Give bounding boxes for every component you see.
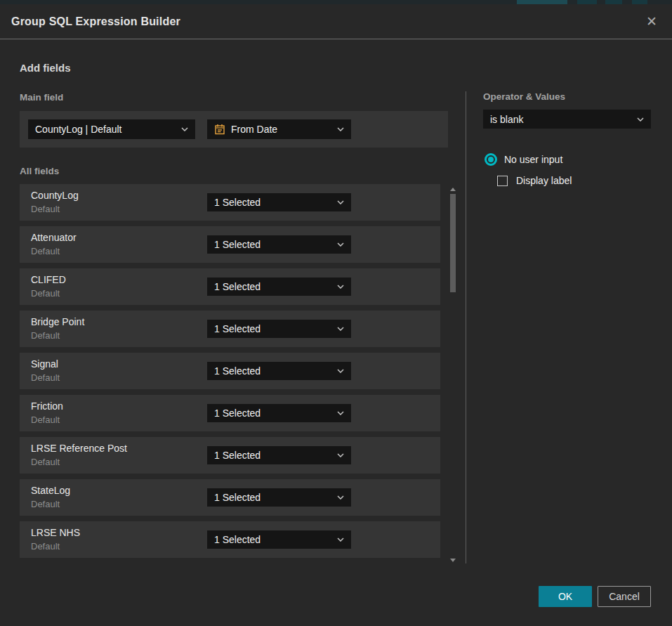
field-row: Signal Default 1 Selected	[20, 353, 440, 389]
field-selection-dropdown[interactable]: 1 Selected	[207, 193, 351, 211]
radio-selected-icon[interactable]	[485, 153, 497, 166]
field-variant: Default	[31, 204, 60, 214]
field-name: Bridge Point	[31, 316, 84, 327]
field-row: Friction Default 1 Selected	[20, 395, 440, 431]
field-name: LRSE NHS	[31, 527, 80, 538]
field-row: Bridge Point Default 1 Selected	[20, 311, 440, 347]
field-name: Attenuator	[31, 232, 77, 243]
field-selection-value: 1 Selected	[214, 239, 331, 250]
field-row: Attenuator Default 1 Selected	[20, 226, 440, 263]
chevron-down-icon	[337, 200, 344, 204]
field-variant: Default	[31, 372, 60, 383]
field-selection-dropdown[interactable]: 1 Selected	[207, 404, 351, 422]
field-selection-value: 1 Selected	[214, 197, 331, 208]
operator-select-value: is blank	[490, 114, 631, 125]
field-name: StateLog	[31, 485, 70, 496]
operator-values-heading: Operator & Values	[483, 91, 565, 102]
field-selection-dropdown[interactable]: 1 Selected	[207, 488, 351, 507]
operator-select-dropdown[interactable]: is blank	[483, 110, 651, 129]
chevron-down-icon	[337, 285, 344, 289]
field-variant: Default	[31, 330, 60, 341]
field-name: Friction	[31, 400, 63, 412]
field-name: CLIFED	[31, 274, 66, 285]
field-row: LRSE NHS Default 1 Selected	[20, 521, 440, 558]
field-selection-value: 1 Selected	[214, 534, 331, 545]
calendar-icon	[214, 124, 225, 135]
field-selection-value: 1 Selected	[214, 407, 331, 419]
scroll-down-arrow-icon[interactable]	[450, 559, 456, 562]
field-variant: Default	[31, 457, 60, 467]
all-fields-list: CountyLog Default 1 Selected Attenuator …	[20, 184, 440, 558]
field-variant: Default	[31, 288, 60, 299]
chevron-down-icon	[337, 537, 344, 542]
panel-divider	[466, 91, 466, 563]
chevron-down-icon	[637, 117, 644, 122]
display-label-label: Display label	[516, 175, 572, 186]
chevron-down-icon	[337, 369, 344, 373]
field-selection-value: 1 Selected	[214, 450, 331, 461]
chevron-down-icon	[337, 242, 344, 247]
close-icon[interactable]: ✕	[643, 13, 661, 31]
field-selection-value: 1 Selected	[214, 365, 331, 377]
main-field-panel: CountyLog | Default From Date	[20, 111, 448, 148]
field-selection-value: 1 Selected	[214, 323, 331, 334]
field-selection-dropdown[interactable]: 1 Selected	[207, 278, 351, 296]
field-select-value: From Date	[231, 124, 326, 135]
field-select-dropdown[interactable]: From Date	[207, 119, 351, 139]
chevron-down-icon	[181, 127, 188, 131]
checkbox-unchecked-icon[interactable]	[497, 176, 508, 186]
group-sql-expression-builder-dialog: Group SQL Expression Builder ✕ Add field…	[0, 4, 672, 626]
field-variant: Default	[31, 499, 60, 509]
field-selection-dropdown[interactable]: 1 Selected	[207, 320, 351, 338]
ok-button[interactable]: OK	[539, 586, 592, 607]
field-name: CountyLog	[31, 190, 79, 201]
add-fields-heading: Add fields	[20, 62, 71, 74]
main-field-label: Main field	[20, 92, 63, 103]
field-variant: Default	[31, 415, 60, 425]
field-row: CountyLog Default 1 Selected	[20, 184, 440, 221]
chevron-down-icon	[337, 127, 344, 131]
dialog-header: Group SQL Expression Builder ✕	[0, 4, 672, 39]
field-selection-value: 1 Selected	[214, 492, 331, 503]
no-user-input-label: No user input	[504, 154, 562, 165]
field-row: CLIFED Default 1 Selected	[20, 268, 440, 305]
chevron-down-icon	[337, 327, 344, 331]
field-selection-dropdown[interactable]: 1 Selected	[207, 446, 351, 464]
display-label-option[interactable]: Display label	[497, 175, 572, 186]
layer-select-value: CountyLog | Default	[35, 124, 176, 135]
chevron-down-icon	[337, 495, 344, 500]
cancel-button[interactable]: Cancel	[598, 586, 651, 607]
no-user-input-option[interactable]: No user input	[485, 153, 562, 166]
list-scrollbar	[448, 184, 458, 563]
field-selection-dropdown[interactable]: 1 Selected	[207, 235, 351, 254]
field-variant: Default	[31, 246, 60, 256]
field-selection-value: 1 Selected	[214, 281, 331, 292]
field-name: Signal	[31, 358, 58, 370]
field-name: LRSE Reference Post	[31, 443, 127, 454]
field-variant: Default	[31, 541, 60, 552]
chevron-down-icon	[337, 411, 344, 415]
all-fields-label: All fields	[20, 166, 59, 176]
layer-select-dropdown[interactable]: CountyLog | Default	[28, 119, 195, 139]
scroll-up-arrow-icon[interactable]	[450, 188, 456, 191]
field-selection-dropdown[interactable]: 1 Selected	[207, 530, 351, 549]
field-selection-dropdown[interactable]: 1 Selected	[207, 362, 351, 380]
dialog-title: Group SQL Expression Builder	[11, 15, 180, 28]
field-row: LRSE Reference Post Default 1 Selected	[20, 437, 440, 474]
field-row: StateLog Default 1 Selected	[20, 479, 440, 516]
scrollbar-thumb[interactable]	[450, 194, 456, 292]
chevron-down-icon	[337, 453, 344, 457]
